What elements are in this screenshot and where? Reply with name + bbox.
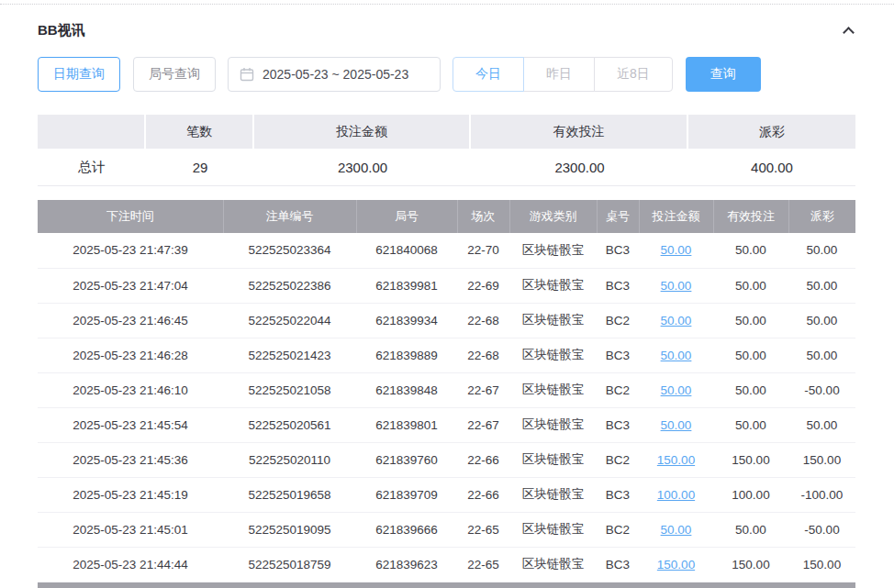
cell-bet-id: 522525018759 (223, 547, 356, 582)
cell-bet-amount: 50.00 (639, 407, 713, 442)
collapse-chevron-up-icon[interactable] (843, 27, 855, 39)
tab-today[interactable]: 今日 (453, 57, 524, 92)
cell-table-no: BC3 (597, 407, 639, 442)
table-row: 2025-05-23 21:45:36522525020110621839760… (38, 442, 855, 477)
cell-bet-amount: 150.00 (639, 442, 713, 477)
summary-total-valid-bet: 2300.00 (471, 149, 688, 186)
cell-bet-id: 522525019095 (223, 512, 356, 547)
cell-payout: 50.00 (788, 233, 855, 268)
section-title: BB视讯 (38, 22, 85, 39)
cell-payout: 50.00 (788, 407, 855, 442)
cell-game: 区块链骰宝 (509, 233, 597, 268)
cell-game: 区块链骰宝 (509, 477, 597, 512)
cell-game: 区块链骰宝 (509, 372, 597, 407)
cell-table-no: BC2 (597, 442, 639, 477)
cell-valid-bet: 100.00 (713, 477, 788, 512)
date-range-input[interactable]: 2025-05-23 ~ 2025-05-23 (228, 57, 441, 92)
cell-session: 22-65 (457, 547, 509, 582)
bet-amount-link[interactable]: 50.00 (661, 279, 692, 293)
table-row: 2025-05-23 21:47:39522525023364621840068… (38, 233, 855, 268)
column-header-game-type: 游戏类别 (509, 200, 597, 233)
bet-amount-link[interactable]: 50.00 (661, 314, 692, 327)
column-header-valid-bet: 有效投注 (713, 200, 788, 233)
cell-payout: 50.00 (788, 338, 855, 372)
cell-valid-bet: 150.00 (713, 442, 788, 477)
cell-table-no: BC3 (597, 547, 639, 582)
column-header-bet-id: 注单编号 (223, 200, 356, 233)
cell-game: 区块链骰宝 (509, 547, 597, 582)
table-row: 2025-05-23 21:45:54522525020561621839801… (38, 407, 855, 442)
cell-bet-id: 522525020110 (223, 442, 356, 477)
bet-amount-link[interactable]: 150.00 (657, 453, 695, 467)
cell-bet-amount: 50.00 (639, 268, 713, 303)
summary-total-bet-amount: 2300.00 (254, 149, 471, 186)
cell-table-no: BC3 (597, 268, 639, 303)
cell-bet-id: 522525021058 (223, 372, 356, 407)
bet-amount-link[interactable]: 50.00 (661, 523, 692, 537)
bet-amount-link[interactable]: 50.00 (661, 349, 692, 362)
cell-round: 621839934 (356, 303, 457, 338)
cell-bet-amount: 100.00 (639, 477, 713, 512)
bet-amount-link[interactable]: 100.00 (657, 488, 695, 502)
search-button[interactable]: 查询 (686, 57, 761, 92)
cell-payout: 50.00 (788, 303, 855, 338)
cell-game: 区块链骰宝 (509, 338, 597, 372)
summary-header-valid-bet: 有效投注 (471, 115, 688, 149)
cell-time: 2025-05-23 21:47:39 (38, 233, 223, 268)
cell-bet-id: 522525021423 (223, 338, 356, 372)
cell-valid-bet: 50.00 (713, 372, 788, 407)
summary-total-label: 总计 (38, 149, 146, 186)
bet-amount-link[interactable]: 150.00 (657, 558, 695, 571)
bet-amount-link[interactable]: 50.00 (661, 243, 692, 257)
column-header-bet-time: 下注时间 (38, 200, 223, 233)
cell-payout: -50.00 (788, 512, 855, 547)
cell-round: 621839709 (356, 477, 457, 512)
cell-time: 2025-05-23 21:45:54 (38, 407, 223, 442)
summary-table: 笔数 投注金额 有效投注 派彩 总计 29 2300.00 2300.00 40… (38, 115, 855, 186)
cell-table-no: BC2 (597, 372, 639, 407)
table-row: 2025-05-23 21:46:28522525021423621839889… (38, 338, 855, 372)
cell-bet-amount: 50.00 (639, 338, 713, 372)
bet-table-header-row: 下注时间 注单编号 局号 场次 游戏类别 桌号 投注金额 有效投注 派彩 (38, 200, 855, 233)
cell-session: 22-67 (457, 372, 509, 407)
summary-total-count: 29 (146, 149, 254, 186)
cell-valid-bet: 50.00 (713, 233, 788, 268)
cell-session: 22-67 (457, 407, 509, 442)
summary-header-payout: 派彩 (688, 115, 855, 149)
summary-header-empty (38, 115, 146, 149)
cell-bet-id: 522525022044 (223, 303, 356, 338)
date-query-button[interactable]: 日期查询 (38, 57, 120, 92)
cell-time: 2025-05-23 21:45:19 (38, 477, 223, 512)
next-section-peek-bar (38, 582, 855, 588)
cell-bet-id: 522525019658 (223, 477, 356, 512)
cell-round: 621839848 (356, 372, 457, 407)
cell-session: 22-68 (457, 338, 509, 372)
summary-total-row: 总计 29 2300.00 2300.00 400.00 (38, 149, 855, 186)
cell-bet-amount: 50.00 (639, 512, 713, 547)
column-header-payout: 派彩 (788, 200, 855, 233)
cell-table-no: BC2 (597, 303, 639, 338)
cell-bet-id: 522525020561 (223, 407, 356, 442)
cell-valid-bet: 150.00 (713, 547, 788, 582)
calendar-icon (240, 67, 254, 82)
tab-last-8-days[interactable]: 近8日 (594, 57, 673, 92)
cell-valid-bet: 50.00 (713, 268, 788, 303)
round-query-button[interactable]: 局号查询 (133, 57, 216, 92)
tab-yesterday[interactable]: 昨日 (523, 57, 595, 92)
column-header-session: 场次 (457, 200, 509, 233)
cell-bet-amount: 50.00 (639, 303, 713, 338)
table-row: 2025-05-23 21:47:04522525022386621839981… (38, 268, 855, 303)
table-row: 2025-05-23 21:44:44522525018759621839623… (38, 547, 855, 582)
bet-amount-link[interactable]: 50.00 (661, 383, 692, 397)
cell-session: 22-66 (457, 442, 509, 477)
cell-time: 2025-05-23 21:47:04 (38, 268, 223, 303)
bet-amount-link[interactable]: 50.00 (661, 418, 692, 432)
cell-payout: 150.00 (788, 442, 855, 477)
cell-time: 2025-05-23 21:46:10 (38, 372, 223, 407)
cell-payout: -100.00 (788, 477, 855, 512)
cell-round: 621839666 (356, 512, 457, 547)
top-dotted-divider (0, 4, 894, 5)
cell-game: 区块链骰宝 (509, 442, 597, 477)
cell-game: 区块链骰宝 (509, 268, 597, 303)
cell-valid-bet: 50.00 (713, 338, 788, 372)
